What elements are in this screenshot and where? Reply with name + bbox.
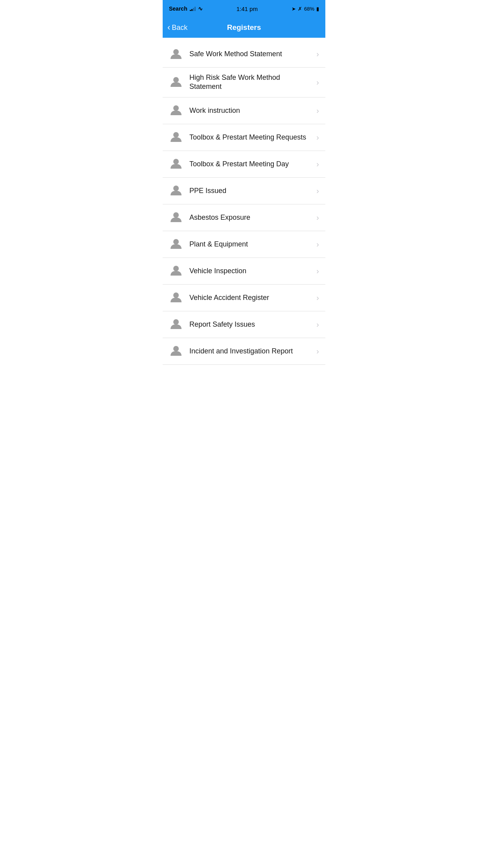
battery-icon: ▮ — [316, 6, 319, 12]
status-right: ➤ ✗ 68% ▮ — [292, 6, 319, 12]
list-item-vehicle-accident-register[interactable]: Vehicle Accident Register › — [163, 285, 325, 311]
item-icon-safe-work-method-statement — [169, 47, 183, 61]
chevron-right-icon-vehicle-inspection: › — [316, 267, 319, 276]
item-icon-vehicle-accident-register — [169, 291, 183, 305]
item-label-safe-work-method-statement: Safe Work Method Statement — [189, 50, 313, 59]
item-label-asbestos-exposure: Asbestos Exposure — [189, 213, 313, 222]
chevron-right-icon-asbestos-exposure: › — [316, 213, 319, 222]
person-icon — [170, 318, 182, 331]
svg-point-9 — [173, 292, 179, 298]
item-label-ppe-issued: PPE Issued — [189, 186, 313, 195]
item-label-high-risk-safe-work-method-statement: High Risk Safe Work Method Statement — [189, 73, 313, 92]
list-item-asbestos-exposure[interactable]: Asbestos Exposure › — [163, 204, 325, 231]
list-item-incident-investigation-report[interactable]: Incident and Investigation Report › — [163, 338, 325, 365]
list-item-plant-equipment[interactable]: Plant & Equipment › — [163, 231, 325, 258]
svg-point-8 — [173, 266, 179, 271]
item-label-toolbox-prestart-meeting-requests: Toolbox & Prestart Meeting Requests — [189, 133, 313, 142]
battery-percent: 68% — [304, 6, 314, 12]
person-icon — [170, 211, 182, 224]
svg-point-5 — [173, 186, 179, 191]
item-icon-toolbox-prestart-meeting-requests — [169, 130, 183, 144]
chevron-right-icon-report-safety-issues: › — [316, 320, 319, 329]
list-item-report-safety-issues[interactable]: Report Safety Issues › — [163, 311, 325, 338]
item-label-incident-investigation-report: Incident and Investigation Report — [189, 347, 313, 356]
item-icon-high-risk-safe-work-method-statement — [169, 75, 183, 89]
list-item-work-instruction[interactable]: Work instruction › — [163, 97, 325, 124]
list-item-vehicle-inspection[interactable]: Vehicle Inspection › — [163, 258, 325, 285]
chevron-right-icon-vehicle-accident-register: › — [316, 293, 319, 302]
svg-point-7 — [173, 239, 179, 245]
item-icon-incident-investigation-report — [169, 344, 183, 358]
person-icon — [170, 291, 182, 304]
signal-bar-2 — [191, 9, 193, 11]
chevron-right-icon-ppe-issued: › — [316, 186, 319, 195]
page-title: Registers — [227, 23, 261, 32]
chevron-right-icon-safe-work-method-statement: › — [316, 50, 319, 59]
list-item-safe-work-method-statement[interactable]: Safe Work Method Statement › — [163, 41, 325, 68]
bluetooth-icon: ✗ — [298, 6, 302, 12]
person-icon — [170, 345, 182, 357]
person-icon — [170, 158, 182, 170]
svg-point-10 — [173, 319, 179, 325]
signal-bar-4 — [194, 7, 196, 11]
app-name: Search — [169, 6, 187, 12]
item-label-vehicle-inspection: Vehicle Inspection — [189, 267, 313, 276]
status-time: 1:41 pm — [237, 6, 258, 12]
back-chevron-icon: ‹ — [167, 23, 170, 32]
person-icon — [170, 104, 182, 117]
chevron-right-icon-work-instruction: › — [316, 106, 319, 115]
item-label-plant-equipment: Plant & Equipment — [189, 240, 313, 249]
person-icon — [170, 76, 182, 88]
item-icon-work-instruction — [169, 103, 183, 118]
registers-list: Safe Work Method Statement › High Risk S… — [163, 38, 325, 365]
item-icon-report-safety-issues — [169, 317, 183, 331]
svg-point-3 — [173, 132, 179, 138]
chevron-right-icon-plant-equipment: › — [316, 240, 319, 249]
item-icon-toolbox-prestart-meeting-day — [169, 157, 183, 171]
svg-point-4 — [173, 159, 179, 164]
svg-point-6 — [173, 212, 179, 218]
person-icon — [170, 131, 182, 143]
item-label-work-instruction: Work instruction — [189, 106, 313, 115]
person-icon — [170, 238, 182, 250]
item-label-vehicle-accident-register: Vehicle Accident Register — [189, 293, 313, 302]
person-icon — [170, 265, 182, 277]
item-icon-ppe-issued — [169, 184, 183, 198]
chevron-right-icon-toolbox-prestart-meeting-day: › — [316, 160, 319, 169]
item-icon-asbestos-exposure — [169, 210, 183, 224]
svg-point-11 — [173, 346, 179, 351]
signal-bar-1 — [190, 10, 191, 11]
location-icon: ➤ — [292, 6, 296, 12]
list-item-ppe-issued[interactable]: PPE Issued › — [163, 178, 325, 204]
list-item-high-risk-safe-work-method-statement[interactable]: High Risk Safe Work Method Statement › — [163, 68, 325, 97]
status-left: Search ∿ — [169, 6, 203, 12]
status-bar: Search ∿ 1:41 pm ➤ ✗ 68% ▮ — [163, 0, 325, 17]
nav-bar: ‹ Back Registers — [163, 17, 325, 38]
chevron-right-icon-high-risk-safe-work-method-statement: › — [316, 78, 319, 87]
list-item-toolbox-prestart-meeting-day[interactable]: Toolbox & Prestart Meeting Day › — [163, 151, 325, 178]
svg-point-1 — [173, 77, 179, 83]
person-icon — [170, 48, 182, 61]
signal-bar-3 — [193, 8, 194, 11]
back-label: Back — [172, 24, 187, 32]
item-icon-plant-equipment — [169, 237, 183, 251]
list-item-toolbox-prestart-meeting-requests[interactable]: Toolbox & Prestart Meeting Requests › — [163, 124, 325, 151]
wifi-icon: ∿ — [198, 6, 203, 12]
item-icon-vehicle-inspection — [169, 264, 183, 278]
chevron-right-icon-toolbox-prestart-meeting-requests: › — [316, 133, 319, 142]
svg-point-0 — [173, 49, 179, 55]
back-button[interactable]: ‹ Back — [167, 23, 187, 32]
item-label-report-safety-issues: Report Safety Issues — [189, 320, 313, 329]
person-icon — [170, 184, 182, 197]
item-label-toolbox-prestart-meeting-day: Toolbox & Prestart Meeting Day — [189, 160, 313, 169]
signal-bars — [190, 6, 196, 11]
svg-point-2 — [173, 105, 179, 111]
chevron-right-icon-incident-investigation-report: › — [316, 347, 319, 356]
